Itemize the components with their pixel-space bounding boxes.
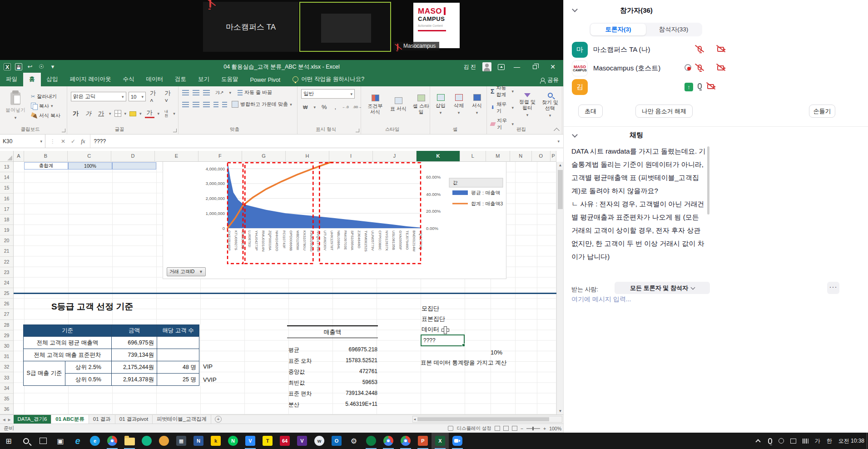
tab-attendees[interactable]: 참석자(33) bbox=[646, 24, 701, 35]
ime-a[interactable]: 가 bbox=[815, 437, 820, 445]
row-header-24[interactable]: 24 bbox=[0, 278, 13, 288]
column-header-D[interactable]: D bbox=[111, 151, 155, 162]
tray-mic-icon[interactable] bbox=[768, 438, 772, 444]
scrollbar-thumb[interactable] bbox=[558, 170, 563, 209]
row-header-35[interactable]: 35 bbox=[0, 394, 13, 404]
chat-input[interactable]: 여기에 메시지 입력... bbox=[571, 295, 631, 304]
ribbon-display-options-button[interactable] bbox=[498, 64, 505, 70]
tab-help[interactable]: 도움말 bbox=[215, 73, 244, 86]
taskbar-icon-zoom[interactable] bbox=[449, 433, 466, 449]
taskbar-icon-maps[interactable] bbox=[362, 433, 380, 449]
video-tile-1[interactable]: 마소캠퍼스 TA bbox=[203, 2, 298, 52]
video-tile-2-active-speaker[interactable] bbox=[299, 2, 391, 52]
taskbar-icon-app-64[interactable]: 64 bbox=[276, 433, 293, 449]
invite-button[interactable]: 초대 bbox=[578, 105, 603, 118]
tab-formulas[interactable]: 수식 bbox=[117, 73, 140, 86]
formula-input[interactable]: ???? bbox=[90, 135, 554, 148]
column-header-B[interactable]: B bbox=[24, 151, 68, 162]
row-header-21[interactable]: 21 bbox=[0, 246, 13, 256]
unmute-self-button[interactable]: 나만 음소거 해제 bbox=[635, 105, 693, 118]
cell-B13[interactable]: 총합계 bbox=[24, 162, 68, 170]
format-as-table-button[interactable]: 표 서식 bbox=[389, 90, 407, 119]
raise-hand-button[interactable]: 손들기 bbox=[809, 105, 835, 118]
row-header-28[interactable]: 28 bbox=[0, 320, 13, 330]
restore-button[interactable] bbox=[533, 65, 537, 69]
zoom-in-button[interactable]: + bbox=[543, 426, 546, 431]
row-header-34[interactable]: 34 bbox=[0, 383, 13, 394]
vertical-scrollbar[interactable]: ▲ ▼ bbox=[556, 162, 563, 414]
cell-C13[interactable]: 100% bbox=[68, 162, 112, 170]
underline-button[interactable]: 가 bbox=[96, 110, 106, 118]
sheet-nav-right[interactable]: ▸ bbox=[8, 416, 14, 423]
copy-button[interactable]: 복사▾ bbox=[31, 103, 60, 110]
chart-field-button[interactable]: 거래 고객ID▼ bbox=[167, 267, 206, 276]
sheet-tab-01 결과pivot[interactable]: 01 결과pivot bbox=[115, 415, 153, 424]
find-select-button[interactable]: 찾기 및 선택▾ bbox=[541, 89, 559, 121]
tell-me-box[interactable]: 어떤 작업을 원하시나요? bbox=[293, 75, 364, 86]
wrap-text-button[interactable]: 자동 줄 바꿈 bbox=[238, 89, 272, 96]
column-header-F[interactable]: F bbox=[198, 151, 242, 162]
participant-row[interactable]: 김↑ bbox=[564, 78, 868, 97]
zoom-slider[interactable] bbox=[526, 428, 540, 429]
horizontal-scrollbar[interactable]: ◂ bbox=[412, 416, 562, 423]
minimize-button[interactable]: — bbox=[511, 63, 523, 70]
column-header-P[interactable]: P bbox=[551, 151, 556, 162]
accounting-format-button[interactable]: ₩ bbox=[301, 105, 309, 110]
taskbar-icon-search[interactable] bbox=[17, 433, 35, 449]
row-header-20[interactable]: 20 bbox=[0, 235, 13, 246]
clipboard-dialog-launcher[interactable] bbox=[62, 129, 65, 132]
row-header-32[interactable]: 32 bbox=[0, 362, 13, 372]
align-center-icon[interactable] bbox=[193, 102, 199, 107]
conditional-formatting-button[interactable]: 조건부 서식 bbox=[365, 90, 386, 119]
grow-font-button[interactable]: 가˄ bbox=[148, 89, 160, 104]
confirm-entry-button[interactable]: ✓ bbox=[71, 138, 75, 145]
taskbar-icon-store[interactable]: ▣ bbox=[52, 433, 69, 449]
row-header-17[interactable]: 17 bbox=[0, 204, 13, 215]
row-header-23[interactable]: 23 bbox=[0, 267, 13, 278]
user-avatar[interactable] bbox=[482, 62, 491, 71]
align-right-icon[interactable] bbox=[203, 102, 210, 107]
tab-home[interactable]: 홈 bbox=[23, 73, 41, 86]
taskbar-icon-mail-v[interactable]: V bbox=[242, 433, 259, 449]
tray-display-icon[interactable] bbox=[790, 439, 796, 444]
taskbar-icon-task-view[interactable] bbox=[35, 433, 52, 449]
video-tile-3[interactable]: MASO CAMPUS Actionable Content Masocampu… bbox=[392, 2, 490, 52]
taskbar-icon-calculator[interactable]: ▦ bbox=[173, 433, 190, 449]
insert-cells-button[interactable]: 삽입▾ bbox=[434, 90, 447, 119]
font-dialog-launcher[interactable] bbox=[173, 129, 177, 132]
taskbar-icon-v3-security[interactable]: V bbox=[293, 433, 311, 449]
format-painter-button[interactable]: 서식 복사 bbox=[31, 112, 60, 119]
taskbar-icon-start[interactable]: ⊞ bbox=[0, 433, 17, 449]
tab-data[interactable]: 데이터 bbox=[140, 73, 169, 86]
taskbar-icon-chrome[interactable] bbox=[104, 433, 121, 449]
participant-row[interactable]: MASOCAMPUSMasocampus (호스트) bbox=[564, 60, 868, 78]
zoom-out-button[interactable]: − bbox=[521, 426, 523, 431]
taskbar-icon-settings[interactable]: ⚙ bbox=[345, 433, 362, 449]
tab-file[interactable]: 파일 bbox=[0, 73, 23, 86]
column-header-J[interactable]: J bbox=[373, 151, 417, 162]
align-left-icon[interactable] bbox=[182, 102, 189, 107]
orientation-button[interactable]: 갸↗ bbox=[213, 90, 225, 96]
pivot-chart[interactable]: 4,000,0003,000,0002,000,0001,000,000060.… bbox=[163, 162, 506, 279]
taskbar-icon-whale[interactable]: w bbox=[311, 433, 328, 449]
taskbar-icon-file-explorer[interactable] bbox=[121, 433, 138, 449]
column-header-L[interactable]: L bbox=[460, 151, 486, 162]
number-format-select[interactable]: 일반▾ bbox=[301, 89, 355, 99]
row-header-31[interactable]: 31 bbox=[0, 351, 13, 362]
sheet-tab-피벗테이블_고객집계[interactable]: 피벗테이블_고객집계 bbox=[153, 415, 211, 424]
increase-decimal-button[interactable]: ←.0 bbox=[342, 105, 349, 109]
active-cell-K30[interactable]: ???? bbox=[421, 334, 465, 346]
sheet-nav-left[interactable]: ◂ bbox=[0, 416, 8, 423]
page-layout-view-button[interactable] bbox=[503, 426, 509, 431]
taskbar-icon-excel[interactable]: X bbox=[432, 433, 449, 449]
tray-network-icon[interactable] bbox=[779, 438, 784, 444]
column-header-N[interactable]: N bbox=[510, 151, 532, 162]
taskbar-icon-kakao-work[interactable]: k bbox=[207, 433, 224, 449]
font-name-select[interactable]: 맑은 고딕▾ bbox=[71, 92, 126, 101]
row-header-14[interactable]: 14 bbox=[0, 172, 13, 183]
chat-more-button[interactable]: ··· bbox=[827, 282, 839, 294]
italic-button[interactable]: 가 bbox=[84, 110, 93, 118]
row-header-33[interactable]: 33 bbox=[0, 372, 13, 383]
merge-center-button[interactable]: 병합하고 가운데 맞춤▾ bbox=[232, 101, 292, 108]
taskbar-icon-onenote[interactable]: N bbox=[190, 433, 207, 449]
